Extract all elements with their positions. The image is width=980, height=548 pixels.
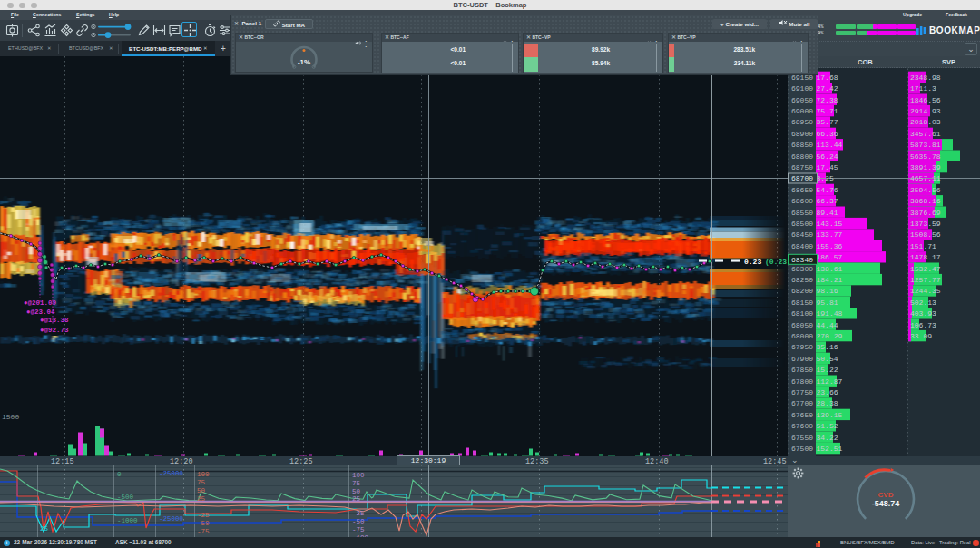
svg-text:28.38: 28.38 [817, 399, 838, 407]
svg-text:5873.81: 5873.81 [910, 141, 941, 149]
svg-text:68000: 68000 [791, 332, 813, 340]
svg-text:●@201.09: ●@201.09 [24, 299, 57, 307]
svg-text:138.61: 138.61 [817, 265, 843, 273]
svg-text:152.51: 152.51 [817, 445, 843, 453]
svg-text:25: 25 [40, 525, 49, 533]
svg-text:1257.77: 1257.77 [910, 276, 941, 284]
svg-text:68250: 68250 [791, 276, 813, 284]
svg-text:-75: -75 [197, 528, 210, 535]
svg-text:-25000: -25000 [159, 470, 184, 477]
svg-text:68400: 68400 [791, 242, 813, 250]
svg-text:66.36: 66.36 [817, 130, 838, 138]
svg-text:68300: 68300 [791, 265, 813, 273]
svg-text:191.48: 191.48 [817, 309, 843, 318]
svg-text:CVD: CVD [878, 491, 894, 499]
svg-text:69150: 69150 [791, 73, 813, 82]
svg-text:151.71: 151.71 [910, 242, 936, 250]
svg-text:1508.56: 1508.56 [910, 230, 941, 239]
svg-text:15.22: 15.22 [817, 366, 838, 374]
svg-text:51.52: 51.52 [817, 422, 838, 430]
svg-text:133.77: 133.77 [817, 230, 843, 239]
svg-text:3457.61: 3457.61 [910, 130, 941, 138]
svg-text:67550: 67550 [791, 434, 813, 442]
svg-text:67850: 67850 [791, 366, 813, 374]
svg-text:35.16: 35.16 [817, 343, 838, 351]
svg-text:67800: 67800 [791, 377, 813, 386]
svg-text:●@92.73: ●@92.73 [40, 327, 69, 334]
svg-text:35.77: 35.77 [817, 118, 838, 126]
svg-text:1478.17: 1478.17 [910, 253, 941, 261]
svg-text:3891.39: 3891.39 [910, 163, 941, 171]
svg-text:139.15: 139.15 [817, 411, 843, 419]
svg-text:95.81: 95.81 [817, 298, 838, 307]
svg-text:69100: 69100 [791, 84, 813, 93]
svg-text:-25000: -25000 [159, 515, 184, 523]
svg-text:67900: 67900 [791, 355, 813, 363]
svg-text:68550: 68550 [791, 209, 813, 217]
svg-text:3868.16: 3868.16 [910, 197, 941, 205]
svg-text:69000: 69000 [791, 107, 813, 115]
svg-text:-25: -25 [197, 512, 210, 519]
svg-text:270.29: 270.29 [817, 332, 843, 340]
svg-text:●@23.04: ●@23.04 [26, 308, 55, 316]
svg-text:186.57: 186.57 [817, 253, 843, 261]
svg-text:3876.69: 3876.69 [910, 209, 941, 217]
svg-text:2348.98: 2348.98 [910, 73, 941, 82]
svg-text:98.16: 98.16 [817, 287, 838, 295]
svg-text:106.73: 106.73 [910, 321, 936, 329]
svg-text:1532.47: 1532.47 [910, 265, 941, 273]
svg-text:-1000: -1000 [117, 517, 138, 524]
svg-text:68050: 68050 [791, 321, 813, 329]
svg-text:34.22: 34.22 [817, 434, 838, 442]
svg-text:68900: 68900 [791, 130, 813, 138]
svg-text:184.21: 184.21 [817, 276, 843, 284]
svg-text:67500: 67500 [791, 445, 813, 453]
svg-text:68950: 68950 [791, 118, 813, 126]
svg-text:23.66: 23.66 [817, 388, 838, 396]
svg-text:3.25: 3.25 [817, 174, 834, 182]
svg-text:68750: 68750 [791, 163, 813, 171]
svg-text:155.36: 155.36 [817, 242, 843, 250]
svg-text:17.68: 17.68 [817, 73, 838, 82]
svg-text:50: 50 [352, 488, 361, 495]
svg-text:(0.23): (0.23) [765, 258, 789, 266]
svg-text:1846.56: 1846.56 [910, 96, 941, 104]
svg-text:67700: 67700 [791, 399, 813, 407]
svg-text:113.44: 113.44 [817, 141, 843, 149]
svg-text:17.45: 17.45 [817, 163, 838, 171]
svg-text:100: 100 [197, 471, 210, 478]
svg-text:75.71: 75.71 [817, 107, 838, 115]
svg-text:44.44: 44.44 [817, 321, 838, 329]
svg-text:403.93: 403.93 [910, 309, 936, 318]
svg-text:25: 25 [197, 495, 206, 503]
svg-text:68700: 68700 [791, 174, 813, 182]
svg-text:68650: 68650 [791, 186, 813, 194]
svg-text:-25: -25 [352, 510, 365, 517]
svg-text:0: 0 [117, 471, 122, 478]
svg-text:0.23: 0.23 [744, 258, 761, 266]
svg-text:-75: -75 [352, 526, 365, 533]
svg-text:-50: -50 [197, 520, 210, 527]
svg-text:112.87: 112.87 [817, 377, 843, 386]
svg-text:2914.93: 2914.93 [910, 107, 941, 115]
svg-text:66.37: 66.37 [817, 197, 838, 205]
svg-text:54.76: 54.76 [817, 186, 838, 194]
svg-text:33.09: 33.09 [910, 332, 932, 340]
svg-text:50.54: 50.54 [817, 355, 838, 363]
svg-text:143.15: 143.15 [817, 220, 843, 228]
svg-text:502.13: 502.13 [910, 298, 936, 307]
svg-text:67750: 67750 [791, 388, 813, 396]
svg-text:4657.11: 4657.11 [910, 174, 941, 182]
svg-text:75: 75 [197, 479, 206, 486]
svg-text:1500: 1500 [2, 413, 19, 421]
svg-text:-50: -50 [352, 518, 365, 525]
svg-text:1711.3: 1711.3 [910, 84, 936, 93]
svg-text:5635.78: 5635.78 [910, 152, 941, 161]
svg-text:67650: 67650 [791, 411, 813, 419]
svg-text:68600: 68600 [791, 197, 813, 205]
svg-text:1244.35: 1244.35 [910, 287, 941, 295]
svg-text:1373.59: 1373.59 [910, 220, 941, 228]
svg-text:-500: -500 [117, 494, 134, 501]
svg-text:89.41: 89.41 [817, 209, 838, 217]
svg-text:68200: 68200 [791, 287, 813, 295]
